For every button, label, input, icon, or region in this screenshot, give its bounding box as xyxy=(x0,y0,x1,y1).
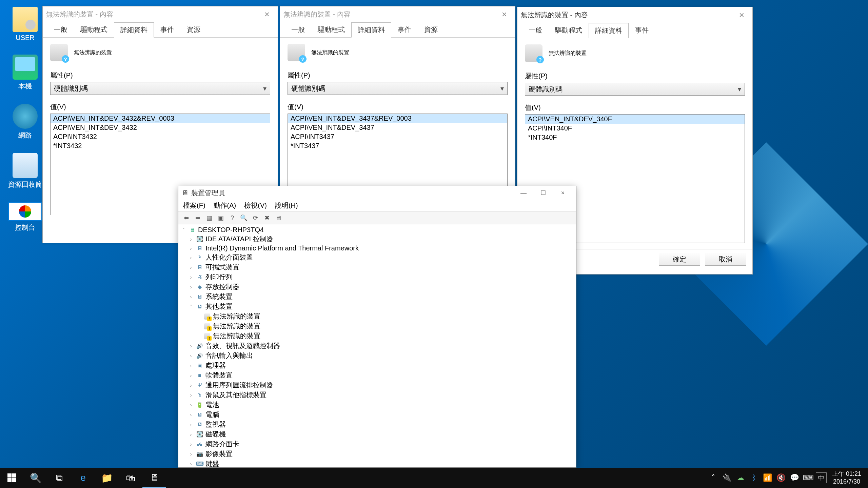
tree-item[interactable]: ›◆存放控制器 xyxy=(180,282,574,292)
tree-item[interactable]: ›🖧網路介面卡 xyxy=(180,439,574,449)
titlebar[interactable]: 🖥 裝置管理員 — ☐ × xyxy=(178,186,576,200)
list-item[interactable]: ACPI\INT3437 xyxy=(288,132,507,141)
titlebar[interactable]: 無法辨識的裝置 - 內容× xyxy=(280,6,515,22)
tree-item[interactable]: ›⌨鍵盤 xyxy=(180,459,574,467)
list-item[interactable]: *INT340F xyxy=(525,133,745,142)
menu-file[interactable]: 檔案(F) xyxy=(183,201,205,210)
tab-events[interactable]: 事件 xyxy=(154,22,180,37)
tab-driver[interactable]: 驅動程式 xyxy=(74,22,114,37)
search-button[interactable]: 🔍 xyxy=(24,468,47,488)
tree-item[interactable]: ›🖥監視器 xyxy=(180,420,574,429)
tree-item-unknown-device[interactable]: 無法辨識的裝置 xyxy=(180,331,574,341)
tree-item[interactable]: ›■軟體裝置 xyxy=(180,370,574,380)
tree-item[interactable]: ›▣處理器 xyxy=(180,361,574,370)
task-view-button[interactable]: ⧉ xyxy=(47,468,71,488)
show-hidden-icon[interactable]: ▦ xyxy=(204,213,214,223)
list-item[interactable]: ACPI\VEN_INT&DEV_3432 xyxy=(51,123,270,132)
list-item[interactable]: ACPI\VEN_INT&DEV_3437 xyxy=(288,123,507,132)
tree-item[interactable]: ›🔋電池 xyxy=(180,400,574,410)
titlebar[interactable]: 無法辨識的裝置 - 內容× xyxy=(517,7,752,23)
desktop-icon-control-panel[interactable]: 控制台 xyxy=(5,202,45,232)
tree-item[interactable]: ˅🖥其他裝置 xyxy=(180,302,574,311)
property-select[interactable]: 硬體識別碼 xyxy=(525,83,745,96)
list-item[interactable]: *INT3437 xyxy=(288,141,507,150)
tree-item-unknown-device[interactable]: 無法辨識的裝置 xyxy=(180,321,574,331)
menu-action[interactable]: 動作(A) xyxy=(214,201,236,210)
update-driver-icon[interactable]: ⟳ xyxy=(250,213,260,223)
device-manager-window[interactable]: 🖥 裝置管理員 — ☐ × 檔案(F) 動作(A) 檢視(V) 說明(H) ⬅ … xyxy=(178,186,576,468)
tree-item[interactable]: ›🔊音訊輸入與輸出 xyxy=(180,351,574,361)
tab-events[interactable]: 事件 xyxy=(629,23,655,38)
forward-icon[interactable]: ➡ xyxy=(193,213,203,223)
tab-driver[interactable]: 驅動程式 xyxy=(311,22,351,37)
tab-resources[interactable]: 資源 xyxy=(180,22,207,37)
desktop-icon-recycle[interactable]: 資源回收筒 xyxy=(5,153,45,189)
start-button[interactable] xyxy=(0,468,24,488)
tree-item[interactable]: ›🖥Intel(R) Dynamic Platform and Thermal … xyxy=(180,244,574,252)
tree-item[interactable]: ›🖥可攜式裝置 xyxy=(180,262,574,272)
store-button[interactable]: 🛍 xyxy=(119,468,142,488)
maximize-icon[interactable]: ☐ xyxy=(533,186,553,200)
close-icon[interactable]: × xyxy=(497,9,512,20)
close-icon[interactable]: × xyxy=(734,10,749,20)
file-explorer-button[interactable]: 📁 xyxy=(95,468,119,488)
ime-indicator[interactable]: 中 xyxy=(816,472,827,483)
onedrive-icon[interactable]: ☁ xyxy=(734,468,747,488)
wifi-icon[interactable]: 📶 xyxy=(762,468,774,488)
action-center-icon[interactable]: 💬 xyxy=(789,468,801,488)
tree-item[interactable]: ›💽磁碟機 xyxy=(180,429,574,439)
tree-item-unknown-device[interactable]: 無法辨識的裝置 xyxy=(180,311,574,321)
tab-resources[interactable]: 資源 xyxy=(418,22,444,37)
tree-root[interactable]: ˅🖥DESKTOP-RHP3TQ4 xyxy=(180,226,574,234)
device-tree-panel[interactable]: ˅🖥DESKTOP-RHP3TQ4›💽IDE ATA/ATAPI 控制器›🖥In… xyxy=(178,224,576,467)
close-icon[interactable]: × xyxy=(260,9,274,20)
tree-item[interactable]: ›🔊音效、視訊及遊戲控制器 xyxy=(180,341,574,351)
list-item[interactable]: ACPI\INT340F xyxy=(525,124,745,133)
volume-icon[interactable]: 🔇 xyxy=(775,468,787,488)
tab-general[interactable]: 一般 xyxy=(285,22,311,37)
close-icon[interactable]: × xyxy=(553,186,573,200)
list-item[interactable]: ACPI\INT3432 xyxy=(51,132,270,141)
tab-general[interactable]: 一般 xyxy=(47,22,74,37)
tab-general[interactable]: 一般 xyxy=(522,23,549,38)
tree-item[interactable]: ›🖥電腦 xyxy=(180,410,574,420)
desktop-icon-user[interactable]: USER xyxy=(5,7,45,42)
minimize-icon[interactable]: — xyxy=(514,186,533,200)
tab-details[interactable]: 詳細資料 xyxy=(351,22,391,38)
device-manager-taskbar-button[interactable]: 🖥 xyxy=(142,468,166,488)
scan-icon[interactable]: 🔍 xyxy=(239,213,249,223)
list-item[interactable]: ACPI\VEN_INT&DEV_340F xyxy=(525,115,745,124)
tree-item[interactable]: ›💽IDE ATA/ATAPI 控制器 xyxy=(180,234,574,244)
taskbar-clock[interactable]: 上午 01:21 2016/7/30 xyxy=(828,470,865,486)
menu-help[interactable]: 說明(H) xyxy=(275,201,298,210)
tab-details[interactable]: 詳細資料 xyxy=(114,22,154,38)
bluetooth-icon[interactable]: ᛒ xyxy=(748,468,760,488)
list-item[interactable]: *INT3432 xyxy=(51,141,270,150)
desktop-icon-network[interactable]: 網路 xyxy=(5,104,45,140)
list-item[interactable]: ACPI\VEN_INT&DEV_3432&REV_0003 xyxy=(51,114,270,123)
tree-item[interactable]: ›Ψ通用序列匯流排控制器 xyxy=(180,380,574,390)
list-item[interactable]: ACPI\VEN_INT&DEV_3437&REV_0003 xyxy=(288,114,507,123)
property-select[interactable]: 硬體識別碼 xyxy=(288,82,508,95)
edge-button[interactable]: e xyxy=(71,468,95,488)
tab-events[interactable]: 事件 xyxy=(391,22,418,37)
menu-view[interactable]: 檢視(V) xyxy=(244,201,267,210)
uninstall-icon[interactable]: ✖ xyxy=(262,213,272,223)
keyboard-icon[interactable]: ⌨ xyxy=(802,468,814,488)
property-select[interactable]: 硬體識別碼 xyxy=(50,82,270,95)
back-icon[interactable]: ⬅ xyxy=(181,213,191,223)
tab-driver[interactable]: 驅動程式 xyxy=(549,23,589,38)
add-legacy-icon[interactable]: 🖥 xyxy=(273,213,283,223)
tray-expand-icon[interactable]: ˄ xyxy=(707,468,719,488)
tree-item[interactable]: ›📷影像裝置 xyxy=(180,449,574,459)
tree-item[interactable]: ›🖱人性化介面裝置 xyxy=(180,252,574,262)
help-icon[interactable]: ? xyxy=(227,213,237,223)
ok-button[interactable]: 確定 xyxy=(659,253,700,266)
battery-icon[interactable]: 🔌 xyxy=(721,468,733,488)
cancel-button[interactable]: 取消 xyxy=(705,253,746,266)
properties-icon[interactable]: ▣ xyxy=(216,213,226,223)
tree-item[interactable]: ›🖥系統裝置 xyxy=(180,292,574,302)
desktop-icon-thispc[interactable]: 本機 xyxy=(5,55,45,91)
tree-item[interactable]: ›🖱滑鼠及其他指標裝置 xyxy=(180,390,574,400)
tree-item[interactable]: ›🖨列印佇列 xyxy=(180,272,574,282)
